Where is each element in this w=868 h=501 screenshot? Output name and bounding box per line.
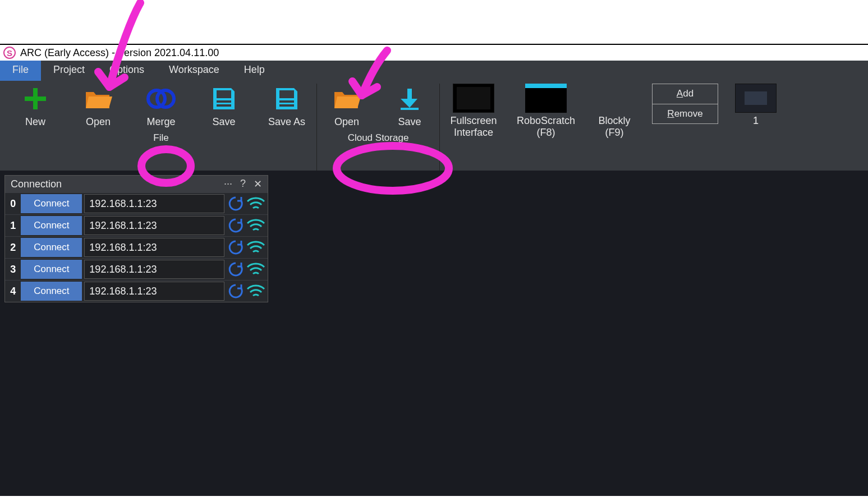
save-as-label: Save As — [268, 116, 305, 128]
add-label-rest: dd — [683, 88, 694, 99]
refresh-icon[interactable] — [227, 238, 244, 257]
wifi-icon[interactable] — [246, 282, 265, 301]
workspace-thumb-1[interactable]: 1 — [731, 84, 781, 127]
ribbon-group-file: New Open Merge Save — [6, 84, 317, 171]
add-remove-box: Add Remove — [652, 84, 718, 124]
workspace-thumb-icon — [735, 84, 777, 113]
ribbon-group-file-label: File — [153, 128, 168, 147]
ribbon-toolbar: New Open Merge Save — [0, 81, 868, 171]
svg-rect-8 — [401, 108, 419, 110]
refresh-icon[interactable] — [227, 216, 244, 235]
connection-row: 4 Connect — [5, 280, 268, 302]
save-button[interactable]: Save — [199, 84, 249, 128]
menu-help[interactable]: Help — [232, 61, 277, 81]
roboscratch-label: RoboScratch (F8) — [517, 115, 575, 138]
connection-row: 1 Connect — [5, 214, 268, 236]
remove-button[interactable]: Remove — [653, 104, 718, 124]
blockly-button[interactable]: Blockly (F9) — [589, 84, 640, 138]
refresh-icon[interactable] — [227, 194, 244, 213]
window-titlebar: S ARC (Early Access) - Version 2021.04.1… — [0, 45, 868, 61]
connection-index: 2 — [7, 242, 19, 254]
open-cloud-button[interactable]: Open — [322, 84, 372, 128]
connect-button[interactable]: Connect — [21, 260, 82, 279]
new-button[interactable]: New — [10, 84, 61, 128]
connection-index: 1 — [7, 220, 19, 232]
svg-rect-5 — [279, 90, 294, 98]
save-icon — [209, 84, 239, 114]
wifi-icon[interactable] — [246, 260, 265, 279]
fullscreen-label: Fullscreen Interface — [450, 115, 497, 138]
new-label: New — [25, 116, 45, 128]
merge-button[interactable]: Merge — [136, 84, 186, 128]
save-cloud-button[interactable]: Save — [384, 84, 435, 128]
connection-more-icon[interactable]: ··· — [224, 178, 232, 190]
connect-button[interactable]: Connect — [21, 238, 82, 257]
connection-row: 0 Connect — [5, 192, 268, 214]
ribbon-group-views: Fullscreen Interface RoboScratch (F8) Bl… — [440, 84, 786, 171]
blockly-thumb-icon — [594, 84, 635, 113]
connection-panel: Connection ··· ? ✕ 0 Connect 1 Connect 2… — [4, 175, 268, 302]
svg-rect-6 — [279, 100, 294, 103]
roboscratch-button[interactable]: RoboScratch (F8) — [515, 84, 577, 138]
save-as-button[interactable]: Save As — [261, 84, 312, 128]
refresh-icon[interactable] — [227, 260, 244, 279]
menu-workspace[interactable]: Workspace — [157, 61, 232, 81]
save-cloud-label: Save — [398, 116, 421, 128]
svg-rect-3 — [217, 100, 231, 103]
remove-label-rest: emove — [674, 108, 703, 119]
connect-button[interactable]: Connect — [21, 194, 82, 213]
merge-label: Merge — [146, 116, 175, 128]
blockly-label: Blockly (F9) — [598, 115, 630, 138]
folder-open-cloud-icon — [332, 84, 362, 114]
svg-rect-4 — [217, 104, 231, 107]
connection-help-icon[interactable]: ? — [240, 178, 246, 190]
connection-close-icon[interactable]: ✕ — [254, 178, 262, 190]
connection-index: 0 — [7, 198, 19, 210]
workspace-thumb-label: 1 — [753, 115, 759, 127]
save-as-icon — [272, 84, 302, 114]
wifi-icon[interactable] — [246, 216, 265, 235]
window-title: ARC (Early Access) - Version 2021.04.11.… — [20, 47, 219, 59]
workspace-area: Connection ··· ? ✕ 0 Connect 1 Connect 2… — [0, 171, 868, 496]
connect-button[interactable]: Connect — [21, 282, 82, 301]
menu-bar: File Project Options Workspace Help — [0, 61, 868, 81]
connection-row: 2 Connect — [5, 236, 268, 258]
download-icon — [394, 84, 425, 114]
merge-icon — [146, 84, 176, 114]
open-cloud-label: Open — [334, 116, 359, 128]
svg-rect-7 — [279, 104, 294, 107]
menu-project[interactable]: Project — [41, 61, 97, 81]
connection-index: 4 — [7, 286, 19, 297]
connection-panel-title: Connection — [11, 178, 62, 190]
svg-rect-2 — [217, 90, 231, 98]
open-file-label: Open — [86, 116, 111, 128]
connection-address-input[interactable] — [84, 260, 224, 279]
wifi-icon[interactable] — [246, 238, 265, 257]
connection-index: 3 — [7, 264, 19, 275]
menu-file[interactable]: File — [0, 61, 41, 81]
open-file-button[interactable]: Open — [73, 84, 123, 128]
menu-options[interactable]: Options — [97, 61, 157, 81]
app-logo-icon: S — [3, 47, 16, 59]
refresh-icon[interactable] — [227, 282, 244, 301]
connection-address-input[interactable] — [84, 238, 224, 257]
browser-top-whitespace — [0, 0, 868, 45]
add-button[interactable]: Add — [653, 84, 718, 104]
folder-open-icon — [83, 84, 113, 114]
fullscreen-thumb-icon — [453, 84, 494, 113]
roboscratch-thumb-icon — [525, 84, 567, 113]
connection-address-input[interactable] — [84, 194, 224, 213]
plus-icon — [20, 84, 50, 114]
ribbon-group-cloud: Open Save Cloud Storage — [317, 84, 440, 171]
connection-address-input[interactable] — [84, 282, 224, 301]
wifi-icon[interactable] — [246, 194, 265, 213]
save-label: Save — [212, 116, 235, 128]
connection-address-input[interactable] — [84, 216, 224, 235]
connect-button[interactable]: Connect — [21, 216, 82, 235]
connection-row: 3 Connect — [5, 258, 268, 280]
fullscreen-interface-button[interactable]: Fullscreen Interface — [444, 84, 503, 138]
connection-panel-header: Connection ··· ? ✕ — [5, 176, 268, 192]
ribbon-group-cloud-label: Cloud Storage — [348, 128, 409, 147]
